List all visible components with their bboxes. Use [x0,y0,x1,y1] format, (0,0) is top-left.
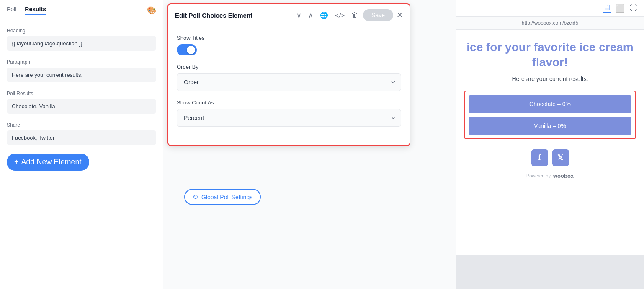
order-by-row: Order By Order Votes Random [177,64,401,91]
main-panel: Edit Poll Choices Element ∨ ∧ 🌐 </> 🗑 Sa… [163,0,456,289]
heading-label: Heading [7,28,156,34]
tablet-icon[interactable]: ⬜ [616,4,625,13]
edit-modal: Edit Poll Choices Element ∨ ∧ 🌐 </> 🗑 Sa… [167,3,410,146]
preview-url-bar: http://woobox.com/bzcid5 [456,17,644,30]
heading-section: Heading {{ layout.language.question }} [7,28,156,51]
refresh-icon: ↻ [193,193,198,201]
share-label: Share [7,122,156,128]
powered-by-text: Powered by [526,173,551,178]
order-by-label: Order By [177,64,401,70]
show-count-label: Show Count As [177,99,401,106]
chevron-down-btn[interactable]: ∨ [295,10,303,20]
modal-body: Show Titles Order By Order Votes Random … [168,26,410,145]
twitter-button[interactable]: 𝕏 [552,149,569,166]
tab-results[interactable]: Results [25,6,46,15]
desktop-icon[interactable]: 🖥 [603,3,611,13]
woobox-logo: woobox [553,173,574,179]
poll-results-container: Chocolate – 0% Vanilla – 0% [464,91,636,139]
poll-results-value[interactable]: Chocolate, Vanilla [7,99,156,114]
preview-gray-bottom [456,255,644,289]
global-settings-button[interactable]: ↻ Global Poll Settings [184,189,261,205]
add-element-label: Add New Element [21,158,82,167]
trash-btn[interactable]: 🗑 [350,10,360,20]
global-settings-label: Global Poll Settings [201,194,252,200]
preview-panel: 🖥 ⬜ ⛶ http://woobox.com/bzcid5 ice for y… [456,0,644,289]
add-element-button[interactable]: + Add New Element [7,154,89,171]
order-by-select[interactable]: Order Votes Random [177,73,401,91]
expand-icon[interactable]: ⛶ [630,4,637,13]
preview-content: ice for your favorite ice cream flavor! … [456,30,644,289]
modal-header: Edit Poll Choices Element ∨ ∧ 🌐 </> 🗑 Sa… [168,4,410,26]
poll-results-section: Poll Results Chocolate, Vanilla [7,91,156,114]
sidebar-content: Heading {{ layout.language.question }} P… [0,21,163,289]
share-section: Share Facebook, Twitter [7,122,156,145]
close-button[interactable]: ✕ [397,10,403,20]
show-titles-toggle[interactable] [177,44,197,55]
powered-by: Powered by woobox [526,173,574,179]
choice-vanilla-btn[interactable]: Vanilla – 0% [469,117,631,135]
show-titles-row: Show Titles [177,35,401,55]
plus-icon: + [14,158,19,167]
show-titles-label: Show Titles [177,35,401,41]
preview-toolbar: 🖥 ⬜ ⛶ [456,0,644,17]
show-count-select[interactable]: Percent Count None [177,109,401,127]
modal-controls: ∨ ∧ 🌐 </> 🗑 Save ✕ [295,9,403,21]
globe-btn[interactable]: 🌐 [318,10,330,20]
sidebar-tab-bar: Poll Results 🎨 [0,0,163,21]
modal-title: Edit Poll Choices Element [175,12,291,19]
toggle-wrapper [177,44,401,55]
preview-subtext: Here are your current results. [512,76,588,82]
save-button[interactable]: Save [363,9,393,21]
preview-url: http://woobox.com/bzcid5 [522,20,578,26]
code-btn[interactable]: </> [333,11,346,19]
paragraph-section: Paragraph Here are your current results. [7,59,156,82]
chevron-up-btn[interactable]: ∧ [307,10,315,20]
show-count-row: Show Count As Percent Count None [177,99,401,127]
facebook-icon: f [538,153,541,162]
paragraph-value: Here are your current results. [7,68,156,82]
preview-card: ice for your favorite ice cream flavor! … [456,30,644,255]
social-buttons: f 𝕏 [531,149,569,166]
share-value: Facebook, Twitter [7,130,156,145]
heading-value: {{ layout.language.question }} [7,36,156,51]
tab-poll[interactable]: Poll [7,6,16,15]
twitter-icon: 𝕏 [557,153,564,162]
facebook-button[interactable]: f [531,149,548,166]
toggle-slider [177,44,197,55]
paragraph-label: Paragraph [7,59,156,65]
choice-chocolate-btn[interactable]: Chocolate – 0% [469,95,631,113]
preview-heading: ice for your favorite ice cream flavor! [464,40,636,70]
poll-results-label: Poll Results [7,91,156,96]
palette-icon[interactable]: 🎨 [147,6,156,15]
sidebar: Poll Results 🎨 Heading {{ layout.languag… [0,0,163,289]
